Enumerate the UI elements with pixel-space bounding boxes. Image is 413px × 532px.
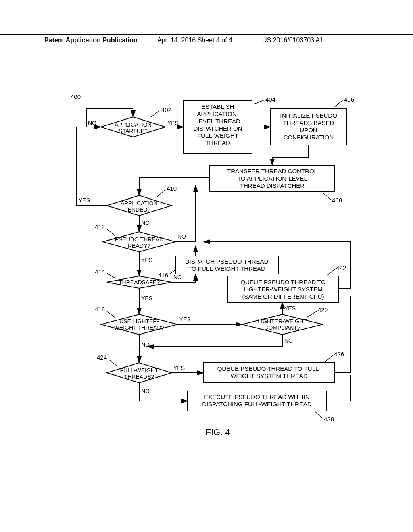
process-queue-lighter-weight: QUEUE PSEUDO THREAD TO LIGHTER-WEIGHT SY… — [228, 276, 339, 302]
edge-label-yes: YES — [79, 197, 90, 204]
ref-label: 406 — [344, 96, 354, 103]
node-text: WEIGHT THREAD? — [114, 324, 165, 331]
node-text: THREADS? — [124, 374, 154, 380]
edge-label-yes: YES — [141, 257, 152, 263]
node-text: INITIALIZE PSEUDO — [280, 112, 337, 119]
edge-label-no: NO — [177, 233, 186, 240]
node-text: STARTUP? — [119, 128, 148, 134]
process-dispatch-pseudo-thread: DISPATCH PSEUDO THREAD TO FULL-WEIGHT TH… — [175, 256, 278, 274]
svg-line-12 — [157, 189, 165, 197]
decision-application-startup: APPLICATION STARTUP? — [101, 117, 165, 137]
process-execute-in-dispatcher: EXECUTE PSEUDO THREAD WITHIN DISPATCHING… — [188, 391, 327, 411]
ref-label: 410 — [167, 185, 177, 192]
process-transfer-thread-control: TRANSFER THREAD CONTROL TO APPLICATION-L… — [210, 165, 335, 191]
ref-label: 422 — [336, 264, 346, 271]
node-text: THREADSAFE? — [119, 279, 160, 285]
node-text: LIGHTER-WEIGHT SYSTEM — [244, 286, 323, 293]
edge-label-yes: YES — [284, 305, 296, 312]
node-text: TO FULL-WEIGHT THREAD — [188, 265, 265, 272]
svg-line-5 — [254, 100, 264, 104]
edge-label-yes: YES — [167, 120, 179, 126]
node-text: THREAD — [205, 139, 230, 146]
node-text: UPON — [300, 127, 317, 133]
node-text: READY? — [128, 243, 150, 249]
node-text: APPLICATION — [121, 200, 158, 206]
process-establish-dispatcher: ESTABLISH APPLICATION- LEVEL THREAD DISP… — [184, 101, 252, 153]
flowchart-diagram: 400 APPLICATION STARTUP? 402 YES NO ESTA… — [44, 56, 375, 480]
ref-400-label: 400 — [71, 93, 81, 100]
node-text: COMPLIANT? — [264, 324, 300, 331]
node-text: FULL-WEIGHT — [197, 132, 238, 139]
node-text: TO APPLICATION-LEVEL — [237, 175, 307, 182]
node-text: USE LIGHTER- — [119, 318, 159, 324]
svg-line-2 — [151, 111, 159, 117]
ref-label: 428 — [324, 416, 334, 422]
decision-use-lighter-weight: USE LIGHTER- WEIGHT THREAD? — [101, 314, 177, 335]
ref-label: 414 — [95, 268, 105, 275]
svg-line-33 — [109, 360, 117, 366]
node-text: DISPATCH PSEUDO THREAD — [185, 258, 269, 265]
node-text: (SAME OR DIFFERENT CPU) — [242, 293, 324, 300]
node-text: FULL-WEIGHT — [120, 367, 159, 374]
svg-line-18 — [169, 270, 175, 274]
node-text: ESTABLISH — [201, 103, 234, 110]
ref-label: 404 — [265, 96, 275, 103]
ref-label: 402 — [161, 106, 171, 113]
node-text: ENDED? — [128, 206, 151, 213]
node-text: QUEUE PSEUDO THREAD TO FULL- — [217, 365, 321, 372]
node-text: THREAD DISPATCHER — [240, 182, 305, 189]
node-text: TRANSFER THREAD CONTROL — [227, 168, 317, 175]
node-text: THREADS BASED — [283, 119, 334, 126]
ref-label: 408 — [332, 197, 342, 204]
edge-label-no: NO — [141, 388, 150, 394]
node-text: CONFIGURATION — [284, 134, 334, 141]
decision-application-ended: APPLICATION ENDED? — [107, 195, 171, 216]
edge-label-no: NO — [141, 220, 150, 226]
process-initialize-pseudo-threads: INITIALIZE PSEUDO THREADS BASED UPON CON… — [270, 109, 347, 145]
edge-label-no: NO — [173, 274, 182, 281]
process-queue-full-weight: QUEUE PSEUDO THREAD TO FULL- WEIGHT SYST… — [204, 363, 335, 383]
ref-label: 416 — [158, 272, 168, 278]
edge-label-yes: YES — [141, 295, 152, 301]
svg-line-10 — [323, 193, 331, 200]
svg-line-21 — [107, 273, 115, 278]
node-text: DISPATCHER ON — [193, 125, 242, 132]
svg-line-8 — [335, 100, 343, 107]
edge-label-yes: YES — [179, 316, 191, 322]
edge-label-no: NO — [284, 337, 293, 344]
node-text: LEVEL THREAD — [195, 118, 240, 125]
node-text: APPLICATION- — [197, 110, 238, 117]
ref-label: 418 — [95, 305, 105, 312]
node-text: APPLICATION — [115, 121, 152, 128]
node-text: PSEUDO THREAD — [115, 236, 163, 243]
node-text: QUEUE PSEUDO THREAD TO — [241, 278, 326, 285]
svg-line-15 — [107, 229, 115, 236]
page-header: Patent Application Publication Apr. 14, … — [0, 34, 413, 37]
svg-line-38 — [315, 412, 323, 418]
decision-lighter-weight-compliant: LIGHTER-WEIGHT COMPLIANT? — [242, 314, 323, 335]
ref-label: 420 — [318, 306, 328, 313]
header-left: Patent Application Publication — [44, 37, 138, 44]
ref-label: 412 — [95, 223, 105, 230]
node-text: WEIGHT SYSTEM THREAD — [230, 372, 307, 379]
svg-line-30 — [307, 311, 317, 318]
header-right: US 2016/0103703 A1 — [262, 37, 323, 44]
node-text: DISPATCHING FULL-WEIGHT THREAD — [202, 401, 312, 407]
figure-label: FIG. 4 — [205, 427, 230, 437]
ref-label: 426 — [334, 351, 344, 357]
svg-line-36 — [325, 355, 333, 362]
node-text: LIGHTER-WEIGHT — [258, 318, 307, 324]
edge-label-no: NO — [88, 120, 96, 126]
header-mid: Apr. 14, 2016 Sheet 4 of 4 — [157, 37, 232, 44]
svg-line-24 — [327, 269, 335, 275]
node-text: EXECUTE PSEUDO THREAD WITHIN — [204, 393, 309, 400]
svg-line-26 — [107, 311, 115, 318]
edge-label-yes: YES — [173, 365, 185, 371]
ref-label: 424 — [97, 354, 107, 361]
